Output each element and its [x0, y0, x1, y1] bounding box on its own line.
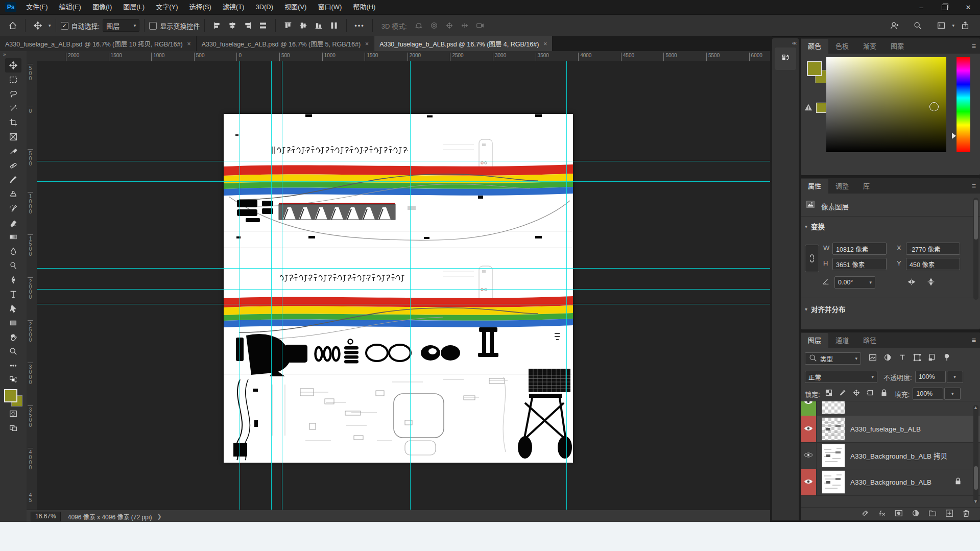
swap-colors-icon[interactable]	[5, 373, 21, 387]
flip-vertical-button[interactable]	[926, 277, 936, 289]
marquee-tool[interactable]	[5, 73, 21, 87]
filter-smart-objects-icon[interactable]	[927, 353, 937, 364]
brush-tool[interactable]	[5, 173, 21, 187]
close-tab-icon[interactable]: ×	[187, 40, 191, 47]
layer-row[interactable]: A330_Background_b_ALB	[801, 469, 980, 496]
hue-strip[interactable]	[957, 57, 970, 152]
hand-tool[interactable]	[5, 330, 21, 344]
layer-effects-button[interactable]	[877, 509, 887, 520]
properties-tab-属性[interactable]: 属性	[801, 179, 828, 194]
layers-tab-通道[interactable]: 通道	[828, 333, 856, 348]
filter-adjustment-layers-icon[interactable]	[883, 353, 892, 364]
panel-menu-icon[interactable]: ≡	[972, 336, 976, 344]
crop-tool[interactable]	[5, 115, 21, 130]
expand-panels-icon[interactable]: ««	[792, 40, 796, 46]
distribute-t-button[interactable]	[280, 18, 296, 33]
pen-tool[interactable]	[5, 273, 21, 287]
3d-mode-5-button[interactable]	[472, 18, 488, 33]
share-button[interactable]	[958, 18, 973, 33]
edit-toolbar[interactable]	[5, 358, 21, 373]
menu-item-7[interactable]: 滤镜(T)	[217, 0, 250, 14]
filter-toggle-icon[interactable]	[942, 353, 951, 364]
search-button[interactable]	[910, 18, 925, 33]
guide-horizontal[interactable]	[37, 268, 770, 269]
lock-image-pixels-icon[interactable]	[838, 388, 847, 399]
minimize-button[interactable]: –	[910, 0, 933, 14]
layer-row[interactable]: A330_Background_b_ALB 拷贝	[801, 442, 980, 469]
layers-tab-图层[interactable]: 图层	[801, 333, 828, 348]
history-panel-button[interactable]	[775, 47, 796, 70]
lock-all-icon[interactable]	[879, 388, 889, 399]
show-transform-checkbox[interactable]	[149, 22, 157, 30]
layer-row[interactable]	[801, 401, 980, 416]
3d-mode-1-button[interactable]	[411, 18, 426, 33]
tool-preset-caret-icon[interactable]: ▾	[49, 23, 51, 28]
gradient-tool[interactable]	[5, 230, 21, 244]
eraser-tool[interactable]	[5, 215, 21, 230]
layer-name[interactable]: A330_Background_b_ALB	[850, 478, 931, 486]
align-j-button[interactable]	[255, 18, 271, 33]
more-options-button[interactable]: •••	[351, 18, 368, 33]
color-tab-图案[interactable]: 图案	[883, 39, 911, 54]
lock-position-icon[interactable]	[852, 388, 861, 399]
opacity-caret[interactable]: ▾	[947, 371, 963, 383]
menu-item-1[interactable]: 文件(F)	[20, 0, 54, 14]
document-tab-3[interactable]: A330_fuselage_b_ALB.psd @ 16.7% (图层 4, R…	[374, 36, 553, 51]
foreground-color-swatch[interactable]	[4, 389, 17, 402]
new-adjustment-layer-button[interactable]	[911, 509, 920, 520]
guide-horizontal[interactable]	[37, 161, 770, 161]
screen-mode-button[interactable]	[5, 421, 21, 435]
link-layers-button[interactable]	[861, 509, 870, 520]
frame-tool[interactable]	[5, 130, 21, 144]
align-c-button[interactable]	[225, 18, 240, 33]
menu-item-4[interactable]: 图层(L)	[117, 0, 150, 14]
close-tab-icon[interactable]: ×	[543, 40, 547, 47]
foreground-swatch[interactable]	[807, 61, 822, 76]
layer-visibility-cell[interactable]	[801, 416, 817, 442]
guide-horizontal[interactable]	[37, 289, 770, 290]
layer-name[interactable]: A330_Background_b_ALB 拷贝	[850, 450, 947, 461]
panel-menu-icon[interactable]: ≡	[972, 42, 976, 50]
y-position-field[interactable]: 450 像素	[906, 258, 960, 270]
layer-thumbnail[interactable]	[822, 417, 845, 441]
color-tab-颜色[interactable]: 颜色	[801, 39, 828, 54]
guide-horizontal[interactable]	[37, 304, 770, 304]
color-tab-色板[interactable]: 色板	[828, 39, 856, 54]
hue-slider-arrow[interactable]	[952, 133, 956, 139]
color-field-cursor[interactable]	[929, 102, 939, 111]
menu-item-11[interactable]: 帮助(H)	[347, 0, 381, 14]
properties-tab-库[interactable]: 库	[856, 179, 877, 194]
clone-stamp-tool[interactable]	[5, 187, 21, 201]
3d-mode-2-button[interactable]	[426, 18, 442, 33]
width-field[interactable]: 10812 像素	[832, 243, 887, 255]
ruler-corner[interactable]	[27, 51, 37, 62]
transform-section-header[interactable]: ▾变换	[805, 221, 825, 231]
filter-shape-layers-icon[interactable]	[913, 353, 922, 364]
guide-vertical[interactable]	[410, 61, 411, 510]
menu-item-10[interactable]: 窗口(W)	[312, 0, 347, 14]
guide-horizontal[interactable]	[37, 181, 770, 182]
align-r-button[interactable]	[240, 18, 255, 33]
guide-vertical[interactable]	[282, 61, 282, 510]
blur-tool[interactable]	[5, 244, 21, 258]
scroll-down-icon[interactable]: ▼	[973, 499, 978, 504]
menu-item-5[interactable]: 文字(Y)	[150, 0, 183, 14]
zoom-tool[interactable]	[5, 344, 21, 358]
properties-scrollbar[interactable]	[973, 198, 978, 300]
shape-tool[interactable]	[5, 316, 21, 330]
fill-field[interactable]: 100%	[913, 388, 943, 400]
foreground-background-swatches[interactable]	[4, 389, 22, 406]
add-mask-button[interactable]	[894, 509, 903, 520]
x-position-field[interactable]: -2770 像素	[906, 243, 960, 255]
layer-row[interactable]: A330_fuselage_b_ALB	[801, 416, 980, 443]
layer-name[interactable]: A330_fuselage_b_ALB	[850, 425, 921, 433]
scroll-up-icon[interactable]: ▲	[973, 405, 978, 410]
menu-item-2[interactable]: 编辑(E)	[54, 0, 87, 14]
lock-artboard-icon[interactable]	[866, 388, 875, 399]
auto-select-checkbox[interactable]: ✓	[61, 22, 68, 30]
workspace-caret-icon[interactable]: ▾	[952, 23, 954, 28]
scrollbar-thumb[interactable]	[974, 466, 978, 490]
layers-tab-路径[interactable]: 路径	[856, 333, 883, 348]
auto-select-target-dropdown[interactable]: 图层▾	[103, 19, 139, 32]
lasso-tool[interactable]	[5, 87, 21, 101]
